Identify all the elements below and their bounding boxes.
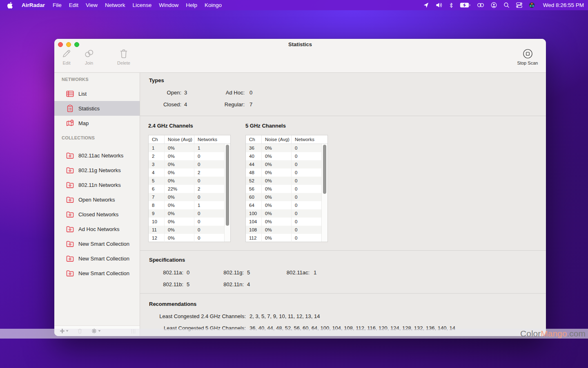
table-cell: 6: [149, 185, 165, 193]
location-icon[interactable]: [421, 2, 431, 8]
table-row[interactable]: 440%0: [246, 160, 321, 168]
sidebar-item-statistics[interactable]: Statistics: [54, 101, 140, 116]
stat-row: Closed:4Regular:7: [149, 101, 546, 107]
menu-help[interactable]: Help: [182, 2, 201, 8]
table-row[interactable]: 10%1: [149, 144, 224, 152]
table-row[interactable]: 70%0: [149, 193, 224, 201]
table-cell: 7: [149, 193, 165, 201]
join-label: Join: [85, 61, 93, 65]
table-cell: 1: [194, 201, 224, 209]
table-row[interactable]: 520%0: [246, 177, 321, 185]
column-header-noise-avg-[interactable]: Noise (Avg): [262, 135, 292, 144]
table-cell: 10: [149, 218, 165, 226]
sidebar-item-802-11ac-networks[interactable]: 802.11ac Networks: [54, 148, 140, 163]
table-row[interactable]: 110%0: [149, 226, 224, 234]
table-cell: 0: [292, 226, 321, 234]
table-row[interactable]: 1120%0: [246, 234, 321, 242]
table-cell: 0%: [262, 144, 292, 152]
sidebar-item-open-networks[interactable]: Open Networks: [54, 192, 140, 207]
scrollbar-thumb[interactable]: [323, 145, 326, 194]
table-row[interactable]: 1040%0: [246, 218, 321, 226]
column-header-ch[interactable]: Ch: [149, 135, 165, 144]
edit-button[interactable]: Edit: [58, 48, 76, 65]
menu-license[interactable]: License: [129, 2, 156, 8]
sidebar-item-label: Ad Hoc Networks: [78, 226, 119, 232]
account-icon[interactable]: [489, 2, 499, 8]
delete-button[interactable]: Delete: [112, 48, 136, 65]
sidebar-item-new-smart-collection[interactable]: New Smart Collection: [54, 251, 140, 266]
table-row[interactable]: 90%0: [149, 209, 224, 218]
hotspot-icon[interactable]: [475, 2, 486, 8]
volume-icon[interactable]: [434, 2, 445, 8]
app-badge-icon[interactable]: [527, 2, 537, 8]
menu-network[interactable]: Network: [101, 2, 129, 8]
table-row[interactable]: 360%0: [246, 144, 321, 152]
menu-clock[interactable]: Wed 8:26:55 PM: [543, 2, 584, 8]
menu-edit[interactable]: Edit: [65, 2, 82, 8]
table-cell: 48: [246, 168, 262, 177]
scrollbar-thumb[interactable]: [226, 145, 229, 226]
sidebar-item-list[interactable]: List: [54, 86, 140, 101]
table-row[interactable]: 40%2: [149, 168, 224, 177]
table-row[interactable]: 600%0: [246, 193, 321, 201]
table-row[interactable]: 1000%0: [246, 209, 321, 218]
stat-value: 7: [249, 101, 274, 108]
table-cell: 0%: [262, 160, 292, 168]
sidebar-item-new-smart-collection[interactable]: New Smart Collection: [54, 236, 140, 251]
sidebar-item-map[interactable]: Map: [54, 116, 140, 130]
apple-menu-icon[interactable]: [7, 2, 13, 9]
column-header-networks[interactable]: Networks: [292, 135, 327, 144]
menu-app-name[interactable]: AirRadar: [18, 2, 49, 8]
table-row[interactable]: 120%0: [149, 234, 224, 242]
menu-koingo[interactable]: Koingo: [201, 2, 225, 8]
table-cell: 0: [292, 152, 321, 160]
table-cell: 0: [292, 160, 321, 168]
table-cell: 22%: [165, 185, 194, 193]
sidebar-section-header-collections: COLLECTIONS: [54, 134, 140, 142]
sidebar-item-ad-hoc-networks[interactable]: Ad Hoc Networks: [54, 222, 140, 236]
table-row[interactable]: 480%0: [246, 168, 321, 177]
menu-window[interactable]: Window: [155, 2, 182, 8]
channels-5-table[interactable]: ChNoise (Avg)Networks360%0400%0440%0480%…: [245, 135, 328, 242]
join-button[interactable]: Join: [80, 48, 98, 65]
types-heading: Types: [149, 77, 546, 83]
table-row[interactable]: 50%0: [149, 177, 224, 185]
column-header-networks[interactable]: Networks: [194, 135, 230, 144]
table-cell: 0%: [165, 201, 194, 209]
search-icon[interactable]: [501, 2, 512, 8]
menu-view[interactable]: View: [82, 2, 101, 8]
battery-icon[interactable]: [458, 2, 472, 8]
table-scrollbar[interactable]: [321, 144, 327, 242]
table-cell: 0%: [165, 152, 194, 160]
stat-label: 802.11a:: [149, 269, 183, 276]
table-cell: 36: [246, 144, 262, 152]
sidebar-item-closed-networks[interactable]: Closed Networks: [54, 207, 140, 222]
table-row[interactable]: 30%0: [149, 160, 224, 168]
table-cell: 2: [194, 168, 224, 177]
table-body: 360%0400%0440%0480%0520%0560%0600%0640%0…: [246, 144, 321, 242]
table-row[interactable]: 560%0: [246, 185, 321, 193]
stop-scan-button[interactable]: Stop Scan: [514, 48, 541, 65]
sidebar-item-802-11g-networks[interactable]: 802.11g Networks: [54, 163, 140, 177]
table-row[interactable]: 622%2: [149, 185, 224, 193]
column-header-ch[interactable]: Ch: [246, 135, 262, 144]
table-row[interactable]: 400%0: [246, 152, 321, 160]
recommendation-value: 2, 3, 5, 7, 9, 10, 11, 12, 13, 14: [249, 313, 320, 319]
table-row[interactable]: 100%0: [149, 218, 224, 226]
sidebar-item-new-smart-collection[interactable]: New Smart Collection: [54, 266, 140, 280]
menu-file[interactable]: File: [49, 2, 65, 8]
table-row[interactable]: 80%1: [149, 201, 224, 209]
table-body: 10%120%030%040%250%0622%270%080%190%0100…: [149, 144, 224, 242]
sidebar-item-802-11n-networks[interactable]: 802.11n Networks: [54, 177, 140, 192]
table-row[interactable]: 640%0: [246, 201, 321, 209]
channels-24-table[interactable]: ChNoise (Avg)Networks10%120%030%040%250%…: [148, 135, 231, 242]
table-cell: 0: [194, 226, 224, 234]
table-cell: 0%: [165, 226, 194, 234]
column-header-noise-avg-[interactable]: Noise (Avg): [165, 135, 194, 144]
table-row[interactable]: 20%0: [149, 152, 224, 160]
bluetooth-icon[interactable]: [447, 2, 455, 8]
control-center-icon[interactable]: [514, 2, 524, 8]
table-cell: 0%: [262, 177, 292, 185]
table-row[interactable]: 1080%0: [246, 226, 321, 234]
table-scrollbar[interactable]: [224, 144, 230, 242]
